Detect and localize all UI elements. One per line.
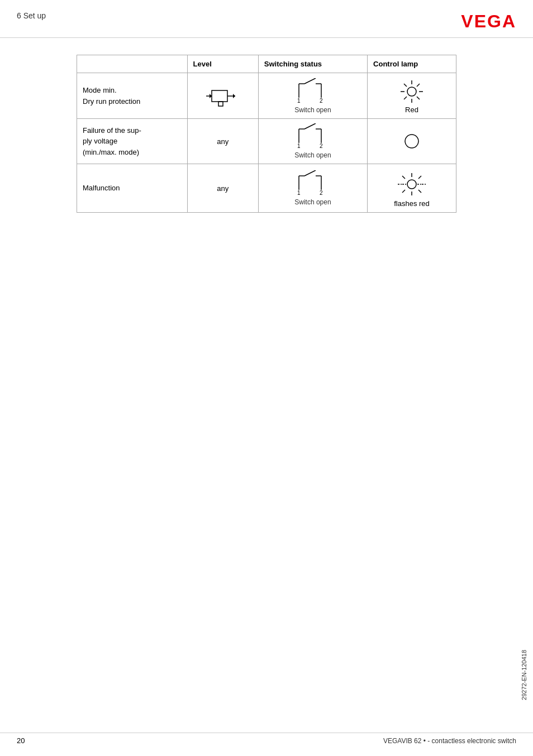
control-lamp-cell-3: flashes red	[368, 164, 456, 213]
document-id: 29272-EN-120418	[521, 650, 527, 700]
page-header: 6 Set up VEGA	[0, 0, 533, 38]
svg-line-9	[304, 78, 316, 84]
col-header-level: Level	[187, 55, 258, 73]
col-header-control: Control lamp	[368, 55, 456, 73]
svg-text:2: 2	[320, 190, 323, 196]
page-footer: 20 VEGAVIB 62 • - contactless electronic…	[0, 733, 533, 745]
condition-cell: Mode min.Dry run protection	[77, 73, 188, 119]
status-table: Level Switching status Control lamp Mode…	[77, 55, 456, 213]
switch-diagram-1: 1 2	[291, 78, 335, 106]
col-header-condition	[77, 55, 188, 73]
control-lamp-cell-2	[368, 119, 456, 164]
svg-point-37	[407, 180, 416, 189]
level-cell: any	[187, 119, 258, 164]
section-title: 6 Set up	[17, 11, 46, 20]
svg-text:2: 2	[320, 98, 323, 104]
svg-marker-4	[233, 94, 235, 98]
main-content: Level Switching status Control lamp Mode…	[0, 49, 533, 235]
switching-status-cell-1: 1 2 Switch open	[258, 73, 367, 119]
control-lamp-label-3: flashes red	[394, 199, 430, 208]
condition-label: Mode min.Dry run protection	[83, 86, 140, 106]
svg-text:2: 2	[320, 143, 323, 149]
svg-rect-5	[218, 102, 223, 106]
table-row: Failure of the sup-ply voltage(min./max.…	[77, 119, 456, 164]
condition-cell: Failure of the sup-ply voltage(min./max.…	[77, 119, 188, 164]
condition-label: Failure of the sup-ply voltage(min./max.…	[83, 126, 141, 156]
svg-rect-0	[212, 90, 227, 102]
switch-open-label-1: Switch open	[264, 106, 361, 114]
vega-logo: VEGA	[461, 11, 516, 32]
svg-line-21	[404, 97, 407, 99]
svg-line-44	[402, 176, 405, 179]
svg-text:1: 1	[297, 143, 301, 149]
condition-cell: Malfunction	[77, 164, 188, 213]
svg-point-29	[405, 135, 418, 148]
footer-doc-title: VEGAVIB 62 • - contactless electronic sw…	[383, 737, 516, 745]
level-value-3: any	[217, 184, 229, 193]
svg-line-18	[404, 84, 407, 87]
switch-open-label-2: Switch open	[264, 151, 361, 159]
svg-line-19	[417, 97, 420, 99]
control-lamp-sun-icon	[398, 78, 426, 106]
svg-line-46	[418, 176, 421, 179]
col-header-switching: Switching status	[258, 55, 367, 73]
level-value-2: any	[217, 137, 229, 146]
page-number: 20	[17, 736, 25, 745]
svg-text:1: 1	[297, 190, 301, 196]
svg-line-20	[417, 84, 420, 87]
svg-line-33	[304, 170, 316, 176]
control-lamp-cell-1: Red	[368, 73, 456, 119]
control-lamp-flash-icon	[395, 169, 429, 199]
control-lamp-label-1: Red	[405, 106, 418, 114]
svg-line-25	[304, 123, 316, 129]
table-row: Malfunction any 1 2 Switch open	[77, 164, 456, 213]
svg-line-47	[402, 190, 405, 193]
switch-diagram-3: 1 2	[291, 170, 335, 198]
switching-status-cell-3: 1 2 Switch open	[258, 164, 367, 213]
switching-status-cell-2: 1 2 Switch open	[258, 119, 367, 164]
switch-diagram-2: 1 2	[291, 123, 335, 151]
control-lamp-off-icon	[401, 130, 423, 152]
table-row: Mode min.Dry run protection	[77, 73, 456, 119]
svg-point-13	[407, 87, 416, 96]
condition-label: Malfunction	[83, 184, 120, 192]
switch-open-label-3: Switch open	[264, 198, 361, 206]
svg-line-45	[418, 190, 421, 193]
level-diagram-1	[206, 80, 240, 111]
svg-text:1: 1	[297, 98, 301, 104]
level-cell	[187, 73, 258, 119]
level-cell: any	[187, 164, 258, 213]
